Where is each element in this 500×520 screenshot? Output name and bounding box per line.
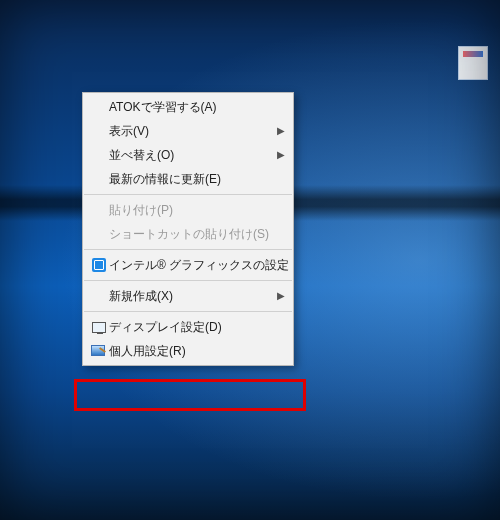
chevron-right-icon: ▶ [277,143,285,167]
menu-label: インテル® グラフィックスの設定 [109,253,289,277]
pinned-app-icon[interactable] [458,46,488,80]
icon-none [89,95,109,119]
menu-label: 並べ替え(O) [109,143,277,167]
menu-separator [84,280,292,281]
menu-item-new[interactable]: 新規作成(X) ▶ [83,284,293,308]
menu-item-refresh[interactable]: 最新の情報に更新(E) [83,167,293,191]
menu-label: 表示(V) [109,119,277,143]
menu-label: 最新の情報に更新(E) [109,167,285,191]
chevron-right-icon: ▶ [277,284,285,308]
intel-icon [89,253,109,277]
tutorial-highlight [74,379,306,411]
menu-separator [84,311,292,312]
menu-label: 個人用設定(R) [109,339,285,363]
menu-item-personalize[interactable]: 個人用設定(R) [83,339,293,363]
icon-none [89,167,109,191]
menu-item-sort[interactable]: 並べ替え(O) ▶ [83,143,293,167]
desktop-context-menu: ATOKで学習する(A) 表示(V) ▶ 並べ替え(O) ▶ 最新の情報に更新(… [82,92,294,366]
menu-label: 新規作成(X) [109,284,277,308]
menu-label: ディスプレイ設定(D) [109,315,285,339]
menu-item-paste: 貼り付け(P) [83,198,293,222]
icon-none [89,119,109,143]
personalize-icon [89,339,109,363]
icon-none [89,198,109,222]
menu-label: ATOKで学習する(A) [109,95,285,119]
display-icon [89,315,109,339]
menu-item-display-settings[interactable]: ディスプレイ設定(D) [83,315,293,339]
chevron-right-icon: ▶ [277,119,285,143]
desktop[interactable]: ATOKで学習する(A) 表示(V) ▶ 並べ替え(O) ▶ 最新の情報に更新(… [0,0,500,520]
icon-none [89,143,109,167]
menu-separator [84,249,292,250]
menu-separator [84,194,292,195]
menu-label: ショートカットの貼り付け(S) [109,222,285,246]
menu-item-paste-shortcut: ショートカットの貼り付け(S) [83,222,293,246]
icon-none [89,284,109,308]
icon-none [89,222,109,246]
menu-label: 貼り付け(P) [109,198,285,222]
menu-item-view[interactable]: 表示(V) ▶ [83,119,293,143]
menu-item-intel-graphics[interactable]: インテル® グラフィックスの設定 [83,253,293,277]
menu-item-atok-learn[interactable]: ATOKで学習する(A) [83,95,293,119]
